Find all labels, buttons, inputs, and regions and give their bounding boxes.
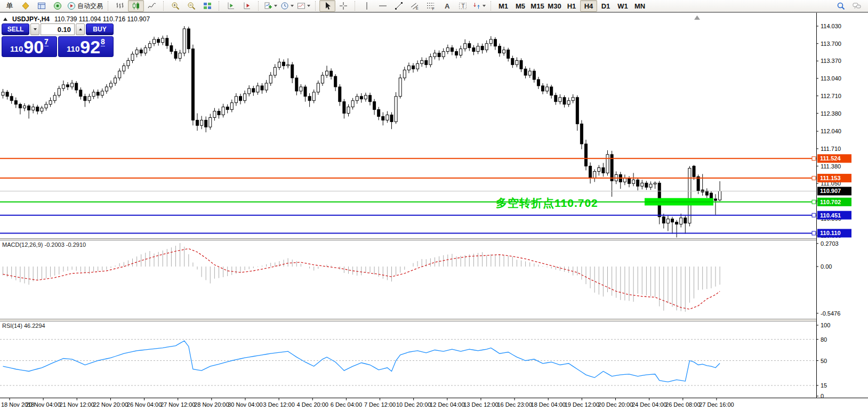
pivot-line-handle[interactable] bbox=[812, 200, 816, 204]
sell-button[interactable]: SELL bbox=[2, 23, 29, 35]
new-chart-button[interactable] bbox=[262, 0, 279, 12]
new-chart-dropdown-caret[interactable] bbox=[274, 5, 277, 7]
arrows-icon bbox=[472, 2, 481, 10]
trendline-tool-button[interactable] bbox=[391, 0, 407, 12]
chart-template-button[interactable] bbox=[295, 0, 312, 12]
arrows-tool-dropdown-caret[interactable] bbox=[483, 5, 486, 7]
candle-body bbox=[632, 180, 635, 183]
sell-price-button[interactable]: 110 90 7 bbox=[2, 36, 57, 57]
candle-body bbox=[386, 115, 389, 120]
price-tick-label: 111.380 bbox=[821, 163, 841, 170]
crosshair-mode-button[interactable] bbox=[335, 0, 351, 12]
candle-body bbox=[433, 53, 436, 57]
timeframe-m1-button[interactable]: M1 bbox=[495, 0, 512, 12]
candlestick-chart-button[interactable] bbox=[128, 0, 144, 12]
cursor-icon bbox=[323, 2, 332, 10]
vertical-line-tool-button[interactable] bbox=[359, 0, 375, 12]
candle-body bbox=[693, 166, 695, 177]
candle-body bbox=[446, 48, 449, 52]
text-label-tool-button[interactable]: T bbox=[455, 0, 471, 12]
chart-shift-button[interactable] bbox=[223, 0, 239, 12]
search-button[interactable] bbox=[833, 0, 849, 12]
resistance-line-2-handle[interactable] bbox=[812, 176, 816, 180]
resistance-line-1-handle[interactable] bbox=[812, 157, 816, 160]
toolbar-separator bbox=[315, 1, 316, 11]
timeframe-h1-button[interactable]: H1 bbox=[563, 0, 580, 12]
timeframe-h4-button[interactable]: H4 bbox=[580, 0, 597, 12]
support-line-1-handle[interactable] bbox=[812, 213, 816, 217]
buy-price-button[interactable]: 110 92 8 bbox=[58, 36, 114, 57]
spinner-up-icon bbox=[79, 28, 82, 30]
auto-scroll-button[interactable] bbox=[239, 0, 255, 12]
tile-windows-button[interactable] bbox=[199, 0, 215, 12]
chart-profiles-button[interactable] bbox=[18, 0, 34, 12]
one-click-trading-panel: SELL 0.10 BUY 110 90 7 110 92 8 bbox=[2, 23, 114, 57]
support-line-2-price-text: 110.110 bbox=[820, 230, 841, 236]
chat-button[interactable] bbox=[849, 0, 865, 12]
candle-body bbox=[19, 104, 21, 108]
timeframe-m30-button[interactable]: M30 bbox=[546, 0, 563, 12]
arrows-tool-button[interactable] bbox=[471, 0, 487, 12]
time-tick-label: 22 Nov 20:00 bbox=[93, 401, 128, 408]
candle-body bbox=[88, 96, 91, 101]
timeframe-w1-button[interactable]: W1 bbox=[614, 0, 631, 12]
new-order-button[interactable]: 单 bbox=[2, 0, 18, 12]
price-tick-label: 111.710 bbox=[821, 146, 841, 152]
candle-body bbox=[174, 52, 177, 59]
buy-price-pip: 8 bbox=[101, 37, 105, 46]
candle-body bbox=[75, 83, 78, 90]
candle-body bbox=[41, 108, 43, 111]
spinner-down-icon bbox=[34, 28, 37, 30]
candles-icon bbox=[132, 2, 140, 10]
candle-body bbox=[567, 101, 570, 104]
candle-body bbox=[425, 60, 428, 65]
zoom-out-button[interactable] bbox=[183, 0, 199, 12]
time-tick-label: 13 Dec 12:00 bbox=[463, 401, 498, 408]
chart-template-dropdown-caret[interactable] bbox=[307, 5, 310, 7]
candle-body bbox=[589, 166, 592, 179]
autoscroll-icon bbox=[243, 2, 251, 10]
toolbar-separator bbox=[355, 1, 356, 11]
candle-body bbox=[464, 44, 467, 49]
support-line-2-handle[interactable] bbox=[812, 231, 816, 235]
buy-button[interactable]: BUY bbox=[86, 23, 114, 35]
line-chart-button[interactable] bbox=[144, 0, 160, 12]
text-tool-button[interactable]: A bbox=[439, 0, 455, 12]
timeframe-m5-button[interactable]: M5 bbox=[512, 0, 529, 12]
one-click-collapse-arrow[interactable] bbox=[3, 18, 7, 21]
period-selector-button[interactable] bbox=[279, 0, 295, 12]
fibonacci-tool-button[interactable]: F bbox=[423, 0, 439, 12]
navigator-button[interactable] bbox=[50, 0, 66, 12]
period-selector-dropdown-caret[interactable] bbox=[291, 5, 294, 7]
candle-body bbox=[407, 66, 410, 70]
macd-axis-label: -0.5476 bbox=[821, 310, 840, 317]
timeframe-mn-button[interactable]: MN bbox=[631, 0, 648, 12]
candle-body bbox=[218, 111, 220, 115]
timeframe-d1-button[interactable]: D1 bbox=[597, 0, 614, 12]
equidistant-channel-tool-button[interactable]: E bbox=[407, 0, 423, 12]
horizontal-line-tool-button[interactable] bbox=[375, 0, 391, 12]
bar-chart-button[interactable] bbox=[112, 0, 128, 12]
volume-input[interactable]: 0.10 bbox=[41, 23, 75, 35]
candle-body bbox=[637, 180, 639, 186]
candle-body bbox=[559, 98, 561, 102]
volume-increase-button[interactable] bbox=[76, 23, 85, 35]
candle-body bbox=[662, 217, 665, 223]
volume-decrease-button[interactable] bbox=[30, 23, 39, 35]
chart-canvas[interactable]: 114.030113.700113.370113.040112.710112.3… bbox=[0, 0, 868, 411]
candle-body bbox=[28, 106, 30, 110]
candle-body bbox=[649, 184, 652, 187]
candle-body bbox=[533, 71, 535, 79]
candle-body bbox=[520, 60, 523, 69]
price-tick-label: 113.700 bbox=[821, 41, 841, 47]
toolbar-separator bbox=[163, 1, 164, 11]
cursor-mode-button[interactable] bbox=[319, 0, 335, 12]
auto-trading-button[interactable]: 自动交易 bbox=[66, 0, 105, 12]
toolbar-group bbox=[166, 0, 217, 12]
timeframe-m15-button[interactable]: M15 bbox=[529, 0, 546, 12]
bid-price-line-price-text: 110.907 bbox=[820, 188, 841, 194]
candle-body bbox=[162, 38, 164, 43]
zoom-in-button[interactable] bbox=[167, 0, 183, 12]
rsi-axis-label: 0 bbox=[821, 393, 824, 399]
market-watch-button[interactable] bbox=[34, 0, 50, 12]
